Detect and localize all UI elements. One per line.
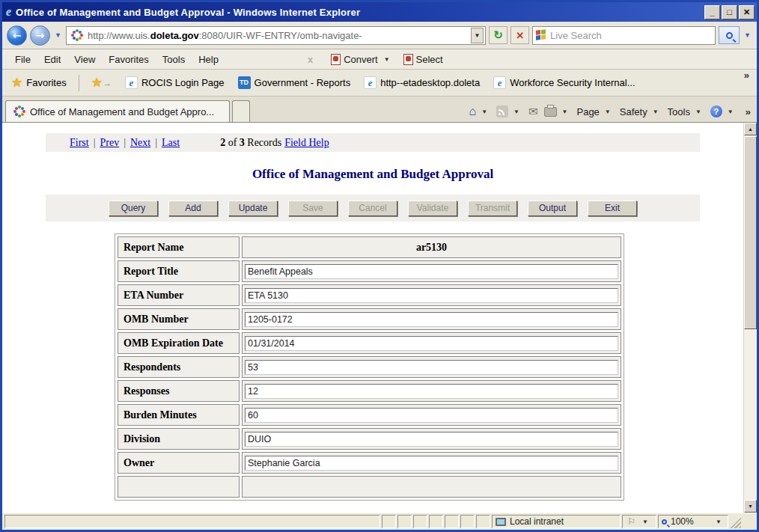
responses-input[interactable] bbox=[245, 384, 618, 399]
favorite-link-etadesktop[interactable]: e http--etadesktop.doleta bbox=[359, 74, 484, 91]
menu-edit[interactable]: Edit bbox=[37, 52, 67, 67]
eta-number-input[interactable] bbox=[245, 288, 618, 303]
tools-menu-button[interactable]: Tools ▼ bbox=[668, 106, 704, 117]
next-record-link[interactable]: Next bbox=[130, 137, 150, 148]
favorites-button[interactable]: ★ Favorites bbox=[7, 73, 71, 93]
add-button[interactable]: Add bbox=[168, 201, 218, 216]
favorite-link-rocis[interactable]: e ROCIS Login Page bbox=[121, 74, 229, 91]
clipped-value-cell bbox=[242, 476, 621, 498]
logo-square bbox=[536, 30, 540, 35]
favorites-overflow-chevron[interactable]: » bbox=[741, 70, 752, 81]
help-button[interactable]: ? ▼ bbox=[710, 106, 737, 117]
tab-bar: Office of Management and Budget Appro...… bbox=[2, 97, 757, 123]
tab-omb-approval[interactable]: Office of Management and Budget Appro... bbox=[5, 100, 230, 122]
security-zone-panel: Local intranet bbox=[492, 515, 621, 528]
print-button[interactable]: ▼ bbox=[544, 107, 571, 117]
menu-file[interactable]: File bbox=[8, 52, 37, 67]
pdf-convert-icon bbox=[331, 54, 341, 65]
tools-menu-label: Tools bbox=[668, 106, 690, 117]
status-segment bbox=[413, 515, 427, 528]
transmit-button: Transmit bbox=[468, 201, 517, 216]
burden-minutes-label: Burden Minutes bbox=[118, 404, 240, 426]
division-input[interactable] bbox=[245, 432, 618, 447]
exit-button[interactable]: Exit bbox=[588, 201, 637, 216]
home-dropdown[interactable]: ▼ bbox=[478, 108, 490, 115]
of-word: of bbox=[228, 137, 237, 148]
maximize-button[interactable]: □ bbox=[722, 5, 737, 19]
status-segment bbox=[397, 515, 412, 528]
menu-help[interactable]: Help bbox=[192, 52, 225, 67]
url-dropdown[interactable]: ▼ bbox=[471, 28, 484, 43]
query-button[interactable]: Query bbox=[109, 201, 158, 216]
menu-tools[interactable]: Tools bbox=[156, 52, 192, 67]
convert-button[interactable]: Convert ▼ bbox=[331, 54, 392, 65]
safety-menu-button[interactable]: Safety ▼ bbox=[620, 106, 662, 117]
stop-button[interactable]: ✕ bbox=[510, 26, 529, 44]
add-to-favorites-button[interactable]: ★ → bbox=[87, 73, 116, 93]
favorite-link-government-reports[interactable]: TD Government - Reports bbox=[234, 74, 356, 91]
output-button[interactable]: Output bbox=[528, 201, 577, 216]
record-current: 2 bbox=[220, 137, 225, 148]
history-dropdown[interactable]: ▼ bbox=[53, 31, 63, 39]
status-segment bbox=[476, 515, 490, 528]
search-box[interactable]: Live Search bbox=[532, 26, 716, 45]
menu-view[interactable]: View bbox=[67, 52, 102, 67]
protected-mode-button[interactable]: ⚐ ▼ bbox=[622, 515, 656, 528]
search-button[interactable] bbox=[719, 26, 740, 44]
validate-button: Validate bbox=[408, 201, 457, 216]
print-dropdown[interactable]: ▼ bbox=[559, 108, 571, 115]
zoom-control[interactable]: 100% ▼ bbox=[658, 515, 728, 528]
address-input[interactable]: http://www.uis.doleta.gov:8080/UIR-WF-EN… bbox=[66, 26, 486, 45]
favorite-link-workforce-security[interactable]: e Workforce Security Internal... bbox=[489, 74, 639, 91]
toolbar-close-x[interactable]: x bbox=[300, 54, 320, 65]
scroll-up-button[interactable]: ▲ bbox=[744, 123, 757, 135]
back-button[interactable]: ← bbox=[7, 25, 27, 46]
mail-icon: ✉ bbox=[528, 105, 538, 118]
feeds-dropdown[interactable]: ▼ bbox=[510, 108, 522, 115]
vertical-scrollbar[interactable]: ▲ ▼ bbox=[743, 123, 757, 513]
home-button[interactable]: ⌂ ▼ bbox=[469, 105, 490, 118]
commandbar-overflow-chevron[interactable]: » bbox=[743, 106, 754, 117]
last-record-link[interactable]: Last bbox=[162, 137, 180, 148]
report-name-label: Report Name bbox=[118, 236, 240, 258]
field-help-link[interactable]: Field Help bbox=[284, 137, 329, 149]
table-row: ETA Number bbox=[118, 284, 621, 306]
scrollbar-thumb[interactable] bbox=[744, 136, 757, 329]
owner-label: Owner bbox=[118, 452, 240, 474]
update-button[interactable]: Update bbox=[228, 201, 278, 216]
omb-approval-form: Report Name ar5130 Report Title ETA Numb… bbox=[115, 233, 624, 501]
omb-expiration-date-input[interactable] bbox=[245, 336, 618, 351]
convert-dropdown[interactable]: ▼ bbox=[381, 56, 393, 63]
new-tab-button[interactable] bbox=[232, 100, 250, 122]
menu-favorites[interactable]: Favorites bbox=[102, 52, 155, 67]
prev-record-link[interactable]: Prev bbox=[100, 137, 120, 148]
select-button[interactable]: Select bbox=[403, 54, 443, 65]
table-row: Responses bbox=[118, 380, 621, 402]
refresh-button[interactable]: ↻ bbox=[489, 26, 507, 44]
separator: | bbox=[155, 137, 157, 148]
scroll-down-button[interactable]: ▼ bbox=[744, 500, 757, 513]
omb-number-input[interactable] bbox=[245, 312, 618, 327]
favorite-label: http--etadesktop.doleta bbox=[380, 77, 480, 88]
page-menu-button[interactable]: Page ▼ bbox=[576, 106, 613, 117]
minimize-button[interactable]: _ bbox=[704, 5, 720, 19]
respondents-input[interactable] bbox=[245, 360, 618, 375]
resize-grip[interactable] bbox=[730, 515, 741, 528]
forward-button[interactable]: → bbox=[30, 25, 50, 46]
read-mail-button[interactable]: ✉ bbox=[528, 105, 538, 118]
zoom-icon bbox=[662, 519, 667, 525]
ie-logo-icon: e bbox=[6, 6, 11, 18]
menu-bar: File Edit View Favorites Tools Help x Co… bbox=[2, 49, 757, 70]
help-dropdown[interactable]: ▼ bbox=[725, 108, 737, 115]
close-button[interactable]: ✕ bbox=[739, 5, 755, 19]
search-dropdown[interactable]: ▼ bbox=[743, 31, 752, 39]
printer-paper bbox=[547, 105, 554, 108]
feeds-button[interactable]: ▼ bbox=[496, 106, 522, 117]
pdf-dot bbox=[406, 56, 411, 61]
report-title-input[interactable] bbox=[245, 264, 618, 279]
owner-input[interactable] bbox=[245, 456, 618, 471]
first-record-link[interactable]: First bbox=[70, 137, 89, 148]
burden-minutes-input[interactable] bbox=[245, 408, 618, 423]
respondents-label: Respondents bbox=[118, 356, 240, 378]
zoom-dropdown[interactable]: ▼ bbox=[713, 519, 725, 525]
